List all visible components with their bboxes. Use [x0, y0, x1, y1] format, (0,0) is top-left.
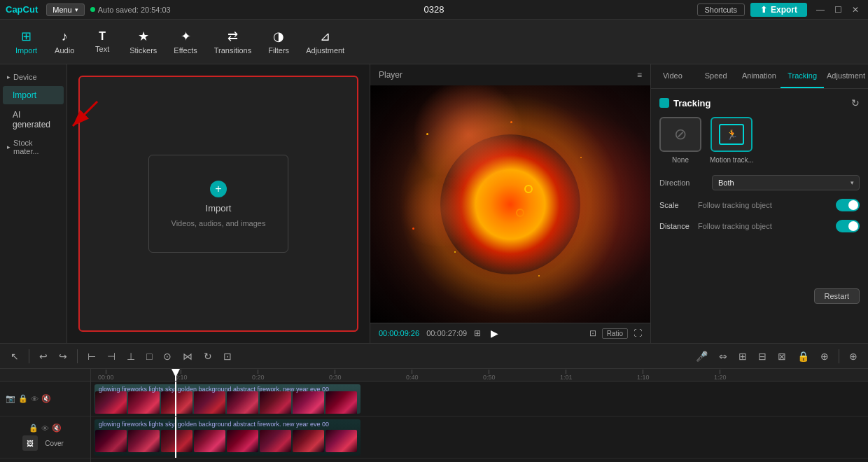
tracking-option-none[interactable]: ⊘ None	[659, 117, 701, 164]
tl-undo-btn[interactable]: ↩	[36, 349, 51, 364]
export-icon: ⬆	[760, 5, 767, 15]
tl-refresh-btn[interactable]: ↻	[200, 349, 216, 364]
toolbar-audio[interactable]: ♪ Audio	[47, 25, 82, 59]
clip-thumb	[227, 391, 258, 414]
tl-more-icon[interactable]: ⊕	[817, 349, 832, 364]
import-inner-box[interactable]: + Import Videos, audios, and images	[148, 155, 288, 253]
toolbar-stickers[interactable]: ★ Stickers	[122, 24, 164, 59]
fullscreen-button[interactable]: ⛶	[634, 328, 642, 338]
export-button[interactable]: ⬆ Export	[750, 3, 807, 17]
tl-redo-btn[interactable]: ↪	[55, 349, 71, 364]
play-button[interactable]: ▶	[488, 328, 501, 339]
cover-label: Cover	[41, 438, 68, 449]
shortcuts-button[interactable]: Shortcuts	[697, 4, 745, 16]
tl-crop-tl-btn[interactable]: ⊥	[123, 349, 139, 364]
minimize-button[interactable]: —	[813, 4, 828, 16]
clip-2[interactable]: glowing fireworks lights sky. golden bac…	[94, 419, 360, 456]
toolbar-transitions-label: Transitions	[214, 46, 251, 55]
audio-icon: ♪	[62, 29, 68, 44]
cover-thumbnail[interactable]: 🖼	[22, 435, 38, 451]
right-panel: Video Speed Animation Tracking Adjustmen…	[651, 64, 868, 343]
track1-camera-icon: 📷	[6, 394, 15, 403]
toolbar-stickers-label: Stickers	[130, 46, 157, 55]
tl-group-btn[interactable]: □	[143, 349, 155, 364]
track1-mute-icon[interactable]: 🔇	[41, 394, 51, 403]
player-right-controls: ⊡ Ratio ⛶	[589, 328, 642, 339]
tl-join-icon[interactable]: ⊠	[774, 349, 790, 364]
close-button[interactable]: ✕	[848, 4, 862, 16]
tl-trim-btn[interactable]: ⊣	[104, 349, 119, 364]
tl-rotate-btn[interactable]: ⊙	[160, 349, 175, 364]
motion-frame-box: 🏃	[719, 124, 744, 145]
toolbar-text[interactable]: T Text	[85, 26, 120, 57]
tab-adjustment[interactable]: Adjustment	[824, 64, 868, 88]
import-drop-zone[interactable]: + Import Videos, audios, and images	[78, 76, 358, 332]
tl-zoom-icon[interactable]: ⊕	[846, 349, 861, 364]
track-playhead-2	[175, 416, 176, 458]
top-bar: CapCut Menu Auto saved: 20:54:03 0328 Sh…	[0, 0, 868, 20]
effects-icon: ✦	[181, 29, 191, 44]
toolbar-import-label: Import	[15, 46, 37, 55]
device-section[interactable]: Device	[0, 70, 66, 85]
tab-video[interactable]: Video	[651, 64, 694, 88]
tl-mic-icon[interactable]: 🎤	[692, 349, 711, 364]
import-sublabel: Videos, audios, and images	[172, 219, 266, 227]
tl-link-icon[interactable]: ⇔	[715, 349, 731, 364]
scale-toggle[interactable]	[836, 199, 860, 211]
toolbar-effects[interactable]: ✦ Effects	[167, 24, 204, 59]
toolbar-adjustment[interactable]: ⊿ Adjustment	[299, 24, 351, 59]
top-right-controls: Shortcuts ⬆ Export — ☐ ✕	[697, 3, 862, 17]
menu-button[interactable]: Menu	[46, 4, 85, 16]
main-toolbar: ⊞ Import ♪ Audio T Text ★ Stickers ✦ Eff…	[0, 20, 868, 64]
ratio-button[interactable]: Ratio	[602, 328, 628, 339]
tl-split-btn[interactable]: ⊢	[84, 349, 99, 364]
clip-thumb	[161, 430, 192, 452]
tracking-header: Tracking ↻	[659, 97, 860, 108]
clip-thumb	[326, 391, 357, 414]
tab-animation[interactable]: Animation	[738, 64, 781, 88]
playhead[interactable]	[175, 369, 176, 381]
scale-sublabel: Follow tracking object	[698, 201, 772, 209]
main-area: Device Import AI generated Stock mater..…	[0, 64, 868, 343]
transitions-icon: ⇄	[227, 29, 238, 44]
track1-lock-icon[interactable]: 🔒	[18, 394, 28, 403]
track1-eye-icon[interactable]: 👁	[31, 395, 38, 403]
toolbar-transitions[interactable]: ⇄ Transitions	[207, 24, 258, 59]
panel-ai-item[interactable]: AI generated	[3, 106, 64, 134]
tl-mirror-btn[interactable]: ⋈	[179, 349, 196, 364]
timeline-ruler: 00:00 0:10 0:20 0:30 0:40 0:50 1:01 1:10…	[91, 369, 868, 382]
player-menu-icon[interactable]: ≡	[637, 70, 642, 80]
clip-thumb	[293, 391, 324, 414]
crop-icon[interactable]: ⊡	[589, 328, 596, 338]
export-label: Export	[771, 5, 797, 15]
track2-mute-icon[interactable]: 🔇	[52, 424, 62, 433]
tab-tracking[interactable]: Tracking	[780, 64, 824, 88]
toolbar-filters[interactable]: ◑ Filters	[261, 24, 296, 59]
import-label: Import	[206, 203, 232, 214]
track2-lock-icon[interactable]: 🔒	[29, 424, 38, 433]
tl-select-tool[interactable]: ↖	[7, 349, 22, 364]
tl-lock-icon[interactable]: 🔒	[794, 349, 813, 364]
clip-1[interactable]: glowing fireworks lights sky. golden bac…	[94, 384, 360, 414]
maximize-button[interactable]: ☐	[831, 4, 846, 16]
tl-connect-icon[interactable]: ⊟	[755, 349, 770, 364]
track2-eye-icon[interactable]: 👁	[41, 424, 49, 433]
tracking-reset-icon[interactable]: ↻	[851, 97, 860, 108]
toolbar-adjustment-label: Adjustment	[306, 46, 344, 55]
restart-button[interactable]: Restart	[814, 288, 860, 304]
tracking-option-motion[interactable]: 🏃 Motion track...	[710, 117, 754, 164]
distance-toggle[interactable]	[836, 220, 860, 232]
tl-merge-icon[interactable]: ⊞	[735, 349, 750, 364]
grid-icon[interactable]: ⊞	[474, 328, 481, 338]
motion-track-label: Motion track...	[710, 156, 754, 164]
toolbar-import[interactable]: ⊞ Import	[8, 24, 44, 59]
panel-import-item[interactable]: Import	[3, 86, 64, 104]
timeline-tracks-area[interactable]: 00:00 0:10 0:20 0:30 0:40 0:50 1:01 1:10…	[91, 369, 868, 462]
tab-speed[interactable]: Speed	[694, 64, 738, 88]
direction-select[interactable]: Both Horizontal Vertical	[712, 175, 860, 190]
clip-2-label: glowing fireworks lights sky. golden bac…	[94, 419, 360, 429]
clip-thumb	[326, 430, 357, 452]
clip-thumb	[293, 430, 324, 452]
tl-keyframe-btn[interactable]: ⊡	[220, 349, 235, 364]
panel-stock-item[interactable]: Stock mater...	[0, 134, 66, 160]
